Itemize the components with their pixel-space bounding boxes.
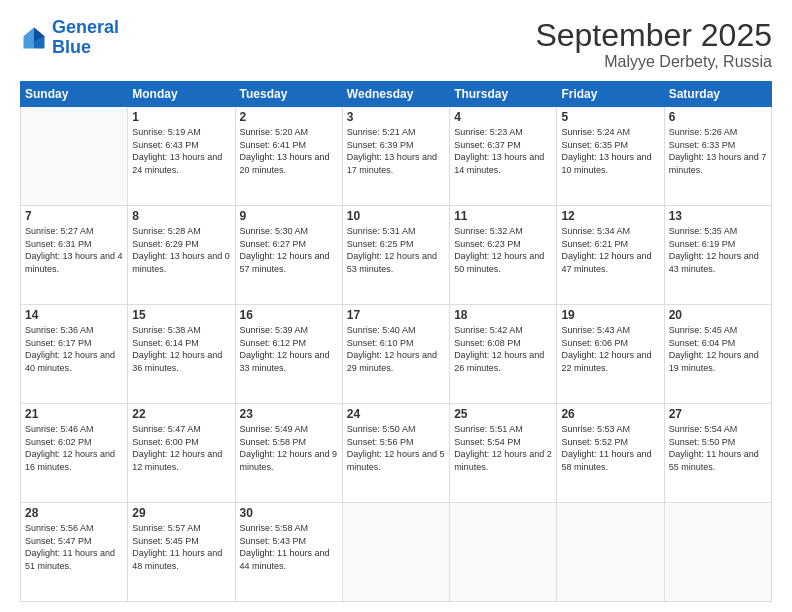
calendar-cell: 4Sunrise: 5:23 AMSunset: 6:37 PMDaylight…	[450, 107, 557, 206]
day-info: Sunrise: 5:38 AMSunset: 6:14 PMDaylight:…	[132, 324, 230, 374]
calendar-cell: 30Sunrise: 5:58 AMSunset: 5:43 PMDayligh…	[235, 503, 342, 602]
day-number: 4	[454, 110, 552, 124]
day-info: Sunrise: 5:28 AMSunset: 6:29 PMDaylight:…	[132, 225, 230, 275]
calendar-cell: 26Sunrise: 5:53 AMSunset: 5:52 PMDayligh…	[557, 404, 664, 503]
day-number: 30	[240, 506, 338, 520]
calendar-cell: 29Sunrise: 5:57 AMSunset: 5:45 PMDayligh…	[128, 503, 235, 602]
calendar-cell: 5Sunrise: 5:24 AMSunset: 6:35 PMDaylight…	[557, 107, 664, 206]
day-info: Sunrise: 5:34 AMSunset: 6:21 PMDaylight:…	[561, 225, 659, 275]
calendar-cell: 8Sunrise: 5:28 AMSunset: 6:29 PMDaylight…	[128, 206, 235, 305]
calendar-week-row: 7Sunrise: 5:27 AMSunset: 6:31 PMDaylight…	[21, 206, 772, 305]
weekday-header: Sunday	[21, 82, 128, 107]
day-number: 5	[561, 110, 659, 124]
day-info: Sunrise: 5:26 AMSunset: 6:33 PMDaylight:…	[669, 126, 767, 176]
calendar-cell: 22Sunrise: 5:47 AMSunset: 6:00 PMDayligh…	[128, 404, 235, 503]
main-title: September 2025	[535, 18, 772, 53]
calendar-cell: 27Sunrise: 5:54 AMSunset: 5:50 PMDayligh…	[664, 404, 771, 503]
calendar-week-row: 21Sunrise: 5:46 AMSunset: 6:02 PMDayligh…	[21, 404, 772, 503]
calendar-cell: 3Sunrise: 5:21 AMSunset: 6:39 PMDaylight…	[342, 107, 449, 206]
day-info: Sunrise: 5:51 AMSunset: 5:54 PMDaylight:…	[454, 423, 552, 473]
logo: General Blue	[20, 18, 119, 58]
day-info: Sunrise: 5:23 AMSunset: 6:37 PMDaylight:…	[454, 126, 552, 176]
day-info: Sunrise: 5:30 AMSunset: 6:27 PMDaylight:…	[240, 225, 338, 275]
day-number: 21	[25, 407, 123, 421]
calendar-cell: 7Sunrise: 5:27 AMSunset: 6:31 PMDaylight…	[21, 206, 128, 305]
title-block: September 2025 Malyye Derbety, Russia	[535, 18, 772, 71]
calendar-cell: 12Sunrise: 5:34 AMSunset: 6:21 PMDayligh…	[557, 206, 664, 305]
calendar-cell: 20Sunrise: 5:45 AMSunset: 6:04 PMDayligh…	[664, 305, 771, 404]
day-number: 26	[561, 407, 659, 421]
calendar-cell: 14Sunrise: 5:36 AMSunset: 6:17 PMDayligh…	[21, 305, 128, 404]
day-info: Sunrise: 5:50 AMSunset: 5:56 PMDaylight:…	[347, 423, 445, 473]
calendar-cell: 9Sunrise: 5:30 AMSunset: 6:27 PMDaylight…	[235, 206, 342, 305]
weekday-header: Friday	[557, 82, 664, 107]
day-number: 27	[669, 407, 767, 421]
calendar-cell	[342, 503, 449, 602]
day-number: 25	[454, 407, 552, 421]
day-number: 28	[25, 506, 123, 520]
day-number: 13	[669, 209, 767, 223]
calendar-cell: 21Sunrise: 5:46 AMSunset: 6:02 PMDayligh…	[21, 404, 128, 503]
day-info: Sunrise: 5:19 AMSunset: 6:43 PMDaylight:…	[132, 126, 230, 176]
day-info: Sunrise: 5:43 AMSunset: 6:06 PMDaylight:…	[561, 324, 659, 374]
header: General Blue September 2025 Malyye Derbe…	[20, 18, 772, 71]
logo-line2: Blue	[52, 37, 91, 57]
day-info: Sunrise: 5:47 AMSunset: 6:00 PMDaylight:…	[132, 423, 230, 473]
day-number: 1	[132, 110, 230, 124]
day-info: Sunrise: 5:57 AMSunset: 5:45 PMDaylight:…	[132, 522, 230, 572]
calendar-cell: 2Sunrise: 5:20 AMSunset: 6:41 PMDaylight…	[235, 107, 342, 206]
day-number: 9	[240, 209, 338, 223]
calendar-cell	[21, 107, 128, 206]
calendar-cell: 13Sunrise: 5:35 AMSunset: 6:19 PMDayligh…	[664, 206, 771, 305]
page: General Blue September 2025 Malyye Derbe…	[0, 0, 792, 612]
calendar-cell: 10Sunrise: 5:31 AMSunset: 6:25 PMDayligh…	[342, 206, 449, 305]
calendar-cell: 19Sunrise: 5:43 AMSunset: 6:06 PMDayligh…	[557, 305, 664, 404]
day-number: 19	[561, 308, 659, 322]
day-number: 14	[25, 308, 123, 322]
day-number: 8	[132, 209, 230, 223]
calendar-table: SundayMondayTuesdayWednesdayThursdayFrid…	[20, 81, 772, 602]
day-info: Sunrise: 5:31 AMSunset: 6:25 PMDaylight:…	[347, 225, 445, 275]
day-info: Sunrise: 5:36 AMSunset: 6:17 PMDaylight:…	[25, 324, 123, 374]
day-info: Sunrise: 5:58 AMSunset: 5:43 PMDaylight:…	[240, 522, 338, 572]
calendar-cell	[664, 503, 771, 602]
day-number: 7	[25, 209, 123, 223]
svg-marker-1	[24, 27, 35, 48]
day-number: 22	[132, 407, 230, 421]
day-info: Sunrise: 5:39 AMSunset: 6:12 PMDaylight:…	[240, 324, 338, 374]
day-info: Sunrise: 5:21 AMSunset: 6:39 PMDaylight:…	[347, 126, 445, 176]
subtitle: Malyye Derbety, Russia	[535, 53, 772, 71]
day-info: Sunrise: 5:45 AMSunset: 6:04 PMDaylight:…	[669, 324, 767, 374]
day-info: Sunrise: 5:53 AMSunset: 5:52 PMDaylight:…	[561, 423, 659, 473]
calendar-cell: 23Sunrise: 5:49 AMSunset: 5:58 PMDayligh…	[235, 404, 342, 503]
day-number: 23	[240, 407, 338, 421]
day-info: Sunrise: 5:27 AMSunset: 6:31 PMDaylight:…	[25, 225, 123, 275]
day-info: Sunrise: 5:32 AMSunset: 6:23 PMDaylight:…	[454, 225, 552, 275]
day-number: 10	[347, 209, 445, 223]
day-number: 15	[132, 308, 230, 322]
logo-line1: General	[52, 17, 119, 37]
weekday-header: Thursday	[450, 82, 557, 107]
day-number: 29	[132, 506, 230, 520]
calendar-cell: 18Sunrise: 5:42 AMSunset: 6:08 PMDayligh…	[450, 305, 557, 404]
weekday-header: Monday	[128, 82, 235, 107]
day-info: Sunrise: 5:24 AMSunset: 6:35 PMDaylight:…	[561, 126, 659, 176]
calendar-cell: 16Sunrise: 5:39 AMSunset: 6:12 PMDayligh…	[235, 305, 342, 404]
weekday-header: Tuesday	[235, 82, 342, 107]
day-number: 6	[669, 110, 767, 124]
calendar-week-row: 28Sunrise: 5:56 AMSunset: 5:47 PMDayligh…	[21, 503, 772, 602]
day-number: 3	[347, 110, 445, 124]
day-number: 18	[454, 308, 552, 322]
weekday-header: Wednesday	[342, 82, 449, 107]
calendar-cell: 11Sunrise: 5:32 AMSunset: 6:23 PMDayligh…	[450, 206, 557, 305]
day-info: Sunrise: 5:42 AMSunset: 6:08 PMDaylight:…	[454, 324, 552, 374]
logo-text: General Blue	[52, 18, 119, 58]
day-info: Sunrise: 5:35 AMSunset: 6:19 PMDaylight:…	[669, 225, 767, 275]
calendar-cell	[557, 503, 664, 602]
calendar-cell: 1Sunrise: 5:19 AMSunset: 6:43 PMDaylight…	[128, 107, 235, 206]
day-info: Sunrise: 5:40 AMSunset: 6:10 PMDaylight:…	[347, 324, 445, 374]
day-number: 16	[240, 308, 338, 322]
day-number: 17	[347, 308, 445, 322]
calendar-cell: 25Sunrise: 5:51 AMSunset: 5:54 PMDayligh…	[450, 404, 557, 503]
day-number: 20	[669, 308, 767, 322]
